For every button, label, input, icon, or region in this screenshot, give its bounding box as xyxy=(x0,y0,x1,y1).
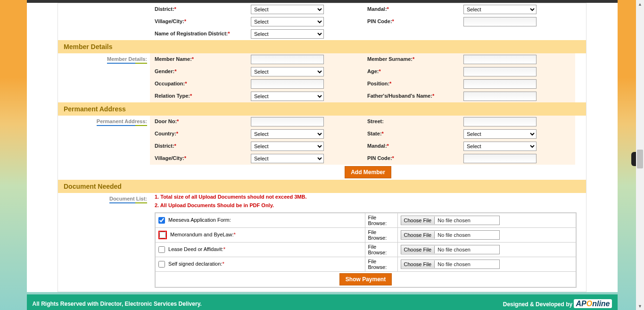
label-file-browse: File Browse: xyxy=(365,228,397,243)
input-member-name[interactable] xyxy=(251,55,324,64)
label-village: Village/City:* xyxy=(150,16,249,28)
section-member-details: Member Details xyxy=(58,40,586,53)
checkbox-memorandum[interactable] xyxy=(159,232,166,238)
choose-file-button[interactable]: Choose File xyxy=(401,246,435,253)
input-door[interactable] xyxy=(251,117,324,126)
select-district[interactable]: Select xyxy=(251,5,324,14)
doc-row-memorandum: Memorandum and ByeLaw:* File Browse: Cho… xyxy=(155,228,576,243)
section-document-needed: Document Needed xyxy=(58,180,586,193)
doc-label-leasedeed: Lease Deed or Affidavit: xyxy=(168,246,223,252)
label-age: Age:* xyxy=(363,66,462,78)
label-gender: Gender:* xyxy=(150,66,249,78)
select-village[interactable]: Select xyxy=(251,17,324,26)
label-occupation: Occupation:* xyxy=(150,78,249,90)
doc-row-leasedeed: Lease Deed or Affidavit:* File Browse: C… xyxy=(155,243,576,257)
add-member-button[interactable]: Add Member xyxy=(345,166,391,178)
scrollbar[interactable]: ▲ ▼ xyxy=(636,0,644,310)
checkbox-leasedeed[interactable] xyxy=(158,246,165,253)
checkbox-selfsigned[interactable] xyxy=(158,261,165,268)
label-file-browse: File Browse: xyxy=(365,213,397,228)
label-state: State:* xyxy=(363,128,462,140)
select-pvillage[interactable]: Select xyxy=(251,154,324,163)
label-pdistrict: District:* xyxy=(150,140,249,152)
doc-note-2: 2. All Upload Documents Should be in PDF… xyxy=(155,201,586,210)
doc-label-memorandum: Memorandum and ByeLaw: xyxy=(170,232,234,237)
file-input-meeseva[interactable]: Choose File No file chosen xyxy=(401,216,500,225)
label-member-surname: Member Surname:* xyxy=(363,53,462,66)
label-door: Door No:* xyxy=(150,116,249,128)
label-file-browse: File Browse: xyxy=(365,243,397,257)
file-chosen-text: No file chosen xyxy=(435,261,471,267)
label-pin: PIN Code:* xyxy=(363,16,462,28)
doc-label-selfsigned: Self signed declaration: xyxy=(168,261,222,267)
file-input-leasedeed[interactable]: Choose File No file chosen xyxy=(401,245,500,254)
file-chosen-text: No file chosen xyxy=(435,247,471,252)
select-country[interactable]: Select xyxy=(251,129,324,139)
doc-row-meeseva: Meeseva Application Form: File Browse: C… xyxy=(155,213,576,228)
input-age[interactable] xyxy=(463,67,537,76)
select-regdist[interactable]: Select xyxy=(251,29,324,39)
aponline-logo: APOnline xyxy=(574,299,611,308)
label-reltype: Relation Type:* xyxy=(150,90,249,102)
label-father: Father's/Husband's Name:* xyxy=(363,90,462,102)
scroll-down-icon[interactable]: ▼ xyxy=(636,302,644,310)
label-district: District:* xyxy=(150,3,249,16)
label-mandal: Mandal:* xyxy=(363,3,462,16)
select-state[interactable]: Select xyxy=(463,129,537,139)
label-regdist: Name of Registration District:* xyxy=(150,28,249,40)
input-occupation[interactable] xyxy=(251,79,324,89)
checkbox-meeseva[interactable] xyxy=(158,217,165,224)
section-permanent-address: Permanent Address xyxy=(58,102,586,116)
footer-copyright: All Rights Reserved with Director, Elect… xyxy=(33,301,202,307)
scroll-thumb[interactable] xyxy=(637,150,643,168)
page-footer: All Rights Reserved with Director, Elect… xyxy=(27,294,618,310)
file-input-memorandum[interactable]: Choose File No file chosen xyxy=(401,230,500,240)
scroll-up-icon[interactable]: ▲ xyxy=(636,0,644,8)
choose-file-button[interactable]: Choose File xyxy=(401,231,435,239)
label-member-name: Member Name:* xyxy=(150,53,249,66)
label-country: Country:* xyxy=(150,128,249,140)
select-pdistrict[interactable]: Select xyxy=(251,142,324,151)
file-chosen-text: No file chosen xyxy=(435,232,471,238)
input-ppin[interactable] xyxy=(463,154,537,163)
label-street: Street: xyxy=(363,116,462,128)
doc-label-meeseva: Meeseva Application Form: xyxy=(168,217,231,223)
select-gender[interactable]: Select xyxy=(251,67,324,76)
side-label-perm: Permanent Address: xyxy=(97,118,147,126)
select-pmandal[interactable]: Select xyxy=(463,142,537,151)
select-mandal[interactable]: Select xyxy=(463,5,537,14)
side-widget-icon[interactable] xyxy=(631,152,636,166)
file-chosen-text: No file chosen xyxy=(435,218,471,223)
doc-row-selfsigned: Self signed declaration:* File Browse: C… xyxy=(155,257,576,272)
footer-designed-by: Designed & Developed by xyxy=(503,301,574,308)
side-label-member: Member Details: xyxy=(107,56,147,64)
choose-file-button[interactable]: Choose File xyxy=(401,260,435,268)
choose-file-button[interactable]: Choose File xyxy=(401,217,435,224)
doc-note-1: 1. Total size of all Upload Documents sh… xyxy=(155,193,586,201)
input-street[interactable] xyxy=(463,117,537,126)
select-reltype[interactable]: Select xyxy=(251,92,324,101)
side-label-doclist: Document List: xyxy=(109,196,147,203)
label-file-browse: File Browse: xyxy=(365,257,397,272)
label-ppin: PIN Code:* xyxy=(363,152,462,165)
label-position: Position:* xyxy=(363,78,462,90)
label-pmandal: Mandal:* xyxy=(363,140,462,152)
input-pin[interactable] xyxy=(463,17,537,26)
input-position[interactable] xyxy=(463,79,537,89)
file-input-selfsigned[interactable]: Choose File No file chosen xyxy=(401,260,500,269)
input-member-surname[interactable] xyxy=(463,55,537,64)
label-pvillage: Village/City:* xyxy=(150,152,249,165)
show-payment-button[interactable]: Show Payment xyxy=(339,273,392,285)
input-father[interactable] xyxy=(463,92,537,101)
